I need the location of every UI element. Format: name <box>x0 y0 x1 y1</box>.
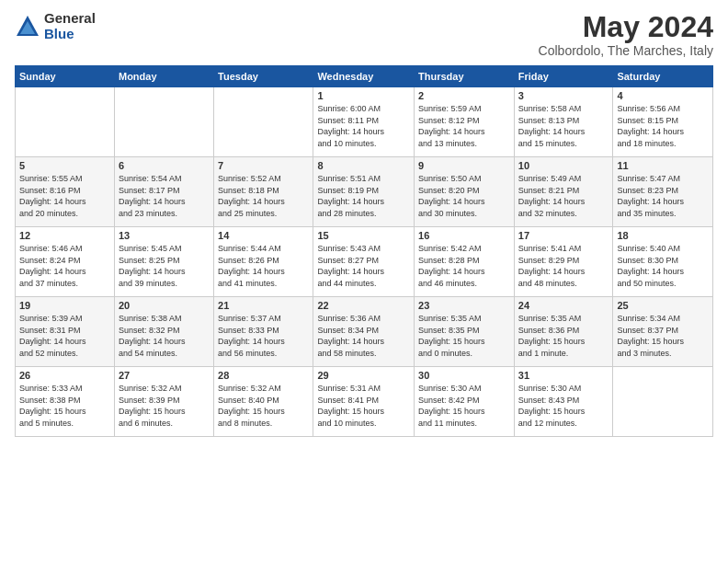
day-info: Sunrise: 5:35 AMSunset: 8:36 PMDaylight:… <box>518 313 609 359</box>
calendar-cell: 18Sunrise: 5:40 AMSunset: 8:30 PMDayligh… <box>613 227 713 297</box>
calendar-cell: 24Sunrise: 5:35 AMSunset: 8:36 PMDayligh… <box>514 297 613 367</box>
day-info: Sunrise: 5:44 AMSunset: 8:26 PMDaylight:… <box>218 243 309 289</box>
calendar-cell: 25Sunrise: 5:34 AMSunset: 8:37 PMDayligh… <box>613 297 713 367</box>
header: General Blue May 2024 Colbordolo, The Ma… <box>15 11 713 58</box>
day-number: 23 <box>418 300 510 311</box>
calendar-week-row: 19Sunrise: 5:39 AMSunset: 8:31 PMDayligh… <box>16 297 713 367</box>
calendar-cell <box>214 87 313 157</box>
calendar-cell: 2Sunrise: 5:59 AMSunset: 8:12 PMDaylight… <box>415 87 515 157</box>
logo-blue: Blue <box>44 27 96 42</box>
day-number: 30 <box>418 370 510 381</box>
day-number: 10 <box>518 160 609 171</box>
day-number: 21 <box>218 300 309 311</box>
title-block: May 2024 Colbordolo, The Marches, Italy <box>539 11 713 58</box>
day-number: 25 <box>617 300 709 311</box>
calendar-cell: 17Sunrise: 5:41 AMSunset: 8:29 PMDayligh… <box>514 227 613 297</box>
calendar-header-row: SundayMondayTuesdayWednesdayThursdayFrid… <box>16 66 713 87</box>
day-info: Sunrise: 5:58 AMSunset: 8:13 PMDaylight:… <box>518 103 609 149</box>
day-number: 9 <box>418 160 510 171</box>
day-info: Sunrise: 5:32 AMSunset: 8:39 PMDaylight:… <box>119 383 210 429</box>
logo-general: General <box>44 11 96 27</box>
calendar-cell: 15Sunrise: 5:43 AMSunset: 8:27 PMDayligh… <box>313 227 415 297</box>
calendar-cell: 5Sunrise: 5:55 AMSunset: 8:16 PMDaylight… <box>16 157 115 227</box>
calendar-cell: 19Sunrise: 5:39 AMSunset: 8:31 PMDayligh… <box>16 297 115 367</box>
day-number: 27 <box>119 370 210 381</box>
calendar-cell: 10Sunrise: 5:49 AMSunset: 8:21 PMDayligh… <box>514 157 613 227</box>
calendar-week-row: 26Sunrise: 5:33 AMSunset: 8:38 PMDayligh… <box>16 367 713 437</box>
calendar-week-row: 1Sunrise: 6:00 AMSunset: 8:11 PMDaylight… <box>16 87 713 157</box>
calendar: SundayMondayTuesdayWednesdayThursdayFrid… <box>15 65 713 437</box>
page: General Blue May 2024 Colbordolo, The Ma… <box>0 0 728 563</box>
calendar-cell: 11Sunrise: 5:47 AMSunset: 8:23 PMDayligh… <box>613 157 713 227</box>
day-info: Sunrise: 5:45 AMSunset: 8:25 PMDaylight:… <box>119 243 210 289</box>
calendar-cell: 26Sunrise: 5:33 AMSunset: 8:38 PMDayligh… <box>16 367 115 437</box>
day-number: 15 <box>317 230 410 241</box>
day-info: Sunrise: 5:39 AMSunset: 8:31 PMDaylight:… <box>19 313 110 359</box>
calendar-cell: 22Sunrise: 5:36 AMSunset: 8:34 PMDayligh… <box>313 297 415 367</box>
day-number: 18 <box>617 230 709 241</box>
calendar-header-sunday: Sunday <box>16 66 115 87</box>
calendar-cell <box>16 87 115 157</box>
day-number: 31 <box>518 370 609 381</box>
calendar-header-wednesday: Wednesday <box>313 66 415 87</box>
day-number: 7 <box>218 160 309 171</box>
day-number: 29 <box>317 370 410 381</box>
calendar-cell: 28Sunrise: 5:32 AMSunset: 8:40 PMDayligh… <box>214 367 313 437</box>
day-number: 22 <box>317 300 410 311</box>
main-title: May 2024 <box>539 11 713 43</box>
calendar-cell: 4Sunrise: 5:56 AMSunset: 8:15 PMDaylight… <box>613 87 713 157</box>
day-number: 1 <box>317 90 410 101</box>
day-info: Sunrise: 5:56 AMSunset: 8:15 PMDaylight:… <box>617 103 709 149</box>
day-number: 14 <box>218 230 309 241</box>
calendar-cell: 21Sunrise: 5:37 AMSunset: 8:33 PMDayligh… <box>214 297 313 367</box>
day-number: 28 <box>218 370 309 381</box>
calendar-cell: 27Sunrise: 5:32 AMSunset: 8:39 PMDayligh… <box>114 367 213 437</box>
calendar-cell: 1Sunrise: 6:00 AMSunset: 8:11 PMDaylight… <box>313 87 415 157</box>
day-info: Sunrise: 5:55 AMSunset: 8:16 PMDaylight:… <box>19 173 110 219</box>
calendar-cell: 29Sunrise: 5:31 AMSunset: 8:41 PMDayligh… <box>313 367 415 437</box>
calendar-cell: 9Sunrise: 5:50 AMSunset: 8:20 PMDaylight… <box>415 157 515 227</box>
day-info: Sunrise: 5:30 AMSunset: 8:43 PMDaylight:… <box>518 383 609 429</box>
calendar-cell: 23Sunrise: 5:35 AMSunset: 8:35 PMDayligh… <box>415 297 515 367</box>
logo: General Blue <box>15 11 96 41</box>
day-number: 8 <box>317 160 410 171</box>
day-number: 6 <box>119 160 210 171</box>
day-info: Sunrise: 5:42 AMSunset: 8:28 PMDaylight:… <box>418 243 510 289</box>
calendar-cell: 14Sunrise: 5:44 AMSunset: 8:26 PMDayligh… <box>214 227 313 297</box>
day-info: Sunrise: 5:32 AMSunset: 8:40 PMDaylight:… <box>218 383 309 429</box>
calendar-cell: 8Sunrise: 5:51 AMSunset: 8:19 PMDaylight… <box>313 157 415 227</box>
calendar-week-row: 12Sunrise: 5:46 AMSunset: 8:24 PMDayligh… <box>16 227 713 297</box>
day-info: Sunrise: 5:50 AMSunset: 8:20 PMDaylight:… <box>418 173 510 219</box>
day-number: 12 <box>19 230 110 241</box>
calendar-header-saturday: Saturday <box>613 66 713 87</box>
day-number: 20 <box>119 300 210 311</box>
calendar-header-monday: Monday <box>114 66 213 87</box>
day-info: Sunrise: 5:34 AMSunset: 8:37 PMDaylight:… <box>617 313 709 359</box>
day-info: Sunrise: 5:38 AMSunset: 8:32 PMDaylight:… <box>119 313 210 359</box>
day-info: Sunrise: 5:33 AMSunset: 8:38 PMDaylight:… <box>19 383 110 429</box>
calendar-cell: 13Sunrise: 5:45 AMSunset: 8:25 PMDayligh… <box>114 227 213 297</box>
day-number: 3 <box>518 90 609 101</box>
day-info: Sunrise: 5:46 AMSunset: 8:24 PMDaylight:… <box>19 243 110 289</box>
calendar-cell: 31Sunrise: 5:30 AMSunset: 8:43 PMDayligh… <box>514 367 613 437</box>
day-number: 5 <box>19 160 110 171</box>
calendar-cell: 12Sunrise: 5:46 AMSunset: 8:24 PMDayligh… <box>16 227 115 297</box>
day-number: 24 <box>518 300 609 311</box>
day-info: Sunrise: 5:49 AMSunset: 8:21 PMDaylight:… <box>518 173 609 219</box>
day-info: Sunrise: 5:51 AMSunset: 8:19 PMDaylight:… <box>317 173 410 219</box>
day-number: 26 <box>19 370 110 381</box>
day-number: 19 <box>19 300 110 311</box>
calendar-cell: 20Sunrise: 5:38 AMSunset: 8:32 PMDayligh… <box>114 297 213 367</box>
day-number: 4 <box>617 90 709 101</box>
logo-text: General Blue <box>44 11 96 41</box>
calendar-header-thursday: Thursday <box>415 66 515 87</box>
calendar-cell: 7Sunrise: 5:52 AMSunset: 8:18 PMDaylight… <box>214 157 313 227</box>
calendar-cell: 16Sunrise: 5:42 AMSunset: 8:28 PMDayligh… <box>415 227 515 297</box>
day-number: 2 <box>418 90 510 101</box>
day-info: Sunrise: 5:30 AMSunset: 8:42 PMDaylight:… <box>418 383 510 429</box>
calendar-cell: 3Sunrise: 5:58 AMSunset: 8:13 PMDaylight… <box>514 87 613 157</box>
day-info: Sunrise: 5:35 AMSunset: 8:35 PMDaylight:… <box>418 313 510 359</box>
day-info: Sunrise: 5:54 AMSunset: 8:17 PMDaylight:… <box>119 173 210 219</box>
calendar-cell: 6Sunrise: 5:54 AMSunset: 8:17 PMDaylight… <box>114 157 213 227</box>
day-info: Sunrise: 5:37 AMSunset: 8:33 PMDaylight:… <box>218 313 309 359</box>
